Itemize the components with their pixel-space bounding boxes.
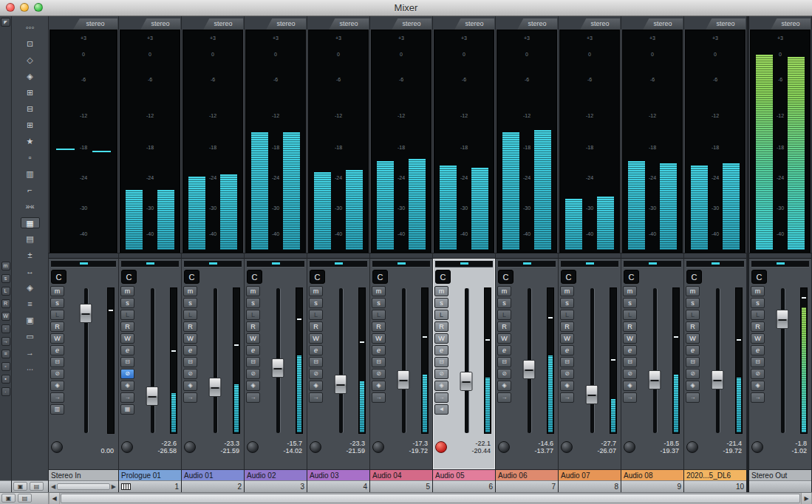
record-knob[interactable] <box>247 441 259 453</box>
inserts-state-button[interactable]: ⊘ <box>372 369 386 379</box>
window-layout-icon[interactable]: ⊡ <box>21 38 40 50</box>
io-button[interactable]: ⊟ <box>183 357 197 367</box>
listen-button[interactable]: L <box>372 310 386 320</box>
channel-tab[interactable]: stereo <box>643 18 683 30</box>
write-button[interactable]: W <box>497 333 511 344</box>
read-button[interactable]: R <box>623 321 637 332</box>
listen-button[interactable]: L <box>246 310 260 320</box>
instrument-button[interactable]: ▦ <box>120 404 134 415</box>
pan-slider[interactable] <box>121 261 179 268</box>
level-readout[interactable]: -23.3 -21.59 <box>323 440 367 454</box>
io-button[interactable]: ⊟ <box>50 357 64 367</box>
mini-scroll-left-icon[interactable]: ◀ <box>51 483 55 490</box>
sends-state-button[interactable]: → <box>372 392 386 403</box>
mute-button[interactable]: m <box>246 286 260 296</box>
record-knob[interactable] <box>51 441 63 453</box>
title-bar[interactable]: Mixer <box>0 0 812 16</box>
solo-button[interactable]: s <box>50 298 64 308</box>
edit-button[interactable]: e <box>50 345 64 355</box>
forward-icon[interactable]: → <box>21 347 40 358</box>
write-button[interactable]: W <box>246 333 260 344</box>
channel-tab[interactable]: stereo <box>329 18 369 30</box>
section-divider[interactable] <box>559 253 621 259</box>
level-readout[interactable]: -15.7 -14.02 <box>260 440 304 454</box>
read-button[interactable]: R <box>246 321 260 332</box>
inserts-state-button[interactable]: ⊘ <box>183 369 197 379</box>
scroll-left-button[interactable]: ◀ <box>49 493 60 504</box>
edit-button[interactable]: e <box>686 345 700 355</box>
solo-button[interactable]: s <box>246 298 260 308</box>
record-knob[interactable] <box>686 441 698 453</box>
listen-button[interactable]: L <box>686 310 700 320</box>
channel-name-label[interactable]: Audio 06 <box>496 469 558 480</box>
solo-button[interactable]: s <box>183 298 197 308</box>
listen-button[interactable]: L <box>50 310 64 320</box>
monitor-button[interactable]: ◄ <box>434 404 448 415</box>
write-button[interactable]: W <box>434 333 448 344</box>
solo-button[interactable]: s <box>560 298 574 308</box>
read-button[interactable]: R <box>120 321 134 332</box>
eq-state-button[interactable]: ◈ <box>246 381 260 391</box>
solo-button[interactable]: s <box>751 298 765 308</box>
read-button[interactable]: R <box>686 321 700 332</box>
fader-db-value[interactable]: -20.44 <box>448 447 491 454</box>
read-button[interactable]: R <box>751 321 765 332</box>
inserts-state-button[interactable]: ⊘ <box>623 369 637 379</box>
fader-db-value[interactable]: -21.59 <box>323 447 365 454</box>
pan-value[interactable]: C <box>561 270 576 284</box>
mute-button[interactable]: m <box>372 286 386 296</box>
record-knob[interactable] <box>751 441 763 453</box>
solo-button[interactable]: s <box>120 298 134 308</box>
scroll-right-button[interactable]: ▶ <box>801 493 812 504</box>
fader-handle[interactable] <box>80 304 92 323</box>
edit-button[interactable]: e <box>623 345 637 355</box>
section-divider[interactable] <box>684 253 746 259</box>
pan-slider[interactable] <box>561 261 618 268</box>
level-readout[interactable]: -22.6 -26.58 <box>134 440 179 454</box>
channel-tab[interactable]: stereo <box>517 18 557 30</box>
read-button[interactable]: R <box>434 321 448 332</box>
global-read-button[interactable]: R <box>1 299 10 308</box>
mute-button[interactable]: m <box>434 286 448 296</box>
edit-button[interactable]: e <box>434 345 448 355</box>
fader-track[interactable] <box>465 288 468 433</box>
listen-button[interactable]: L <box>623 310 637 320</box>
inserts-state-button[interactable]: ⊘ <box>120 369 134 379</box>
pan-view-icon[interactable]: ◇ <box>21 55 40 66</box>
fader-handle[interactable] <box>649 370 661 389</box>
pan-value[interactable]: C <box>247 270 262 284</box>
section-divider[interactable] <box>119 253 181 259</box>
channel-name-label[interactable]: 2020...5_DL6 <box>684 469 746 480</box>
edit-button[interactable]: e <box>560 345 574 355</box>
bypass-all-button[interactable]: → <box>1 337 10 346</box>
fader-track[interactable] <box>402 288 406 433</box>
section-divider[interactable] <box>496 253 558 259</box>
channel-tab[interactable]: stereo <box>392 18 431 30</box>
sends-state-button[interactable]: → <box>560 392 574 403</box>
misc-button[interactable]: ∙ <box>1 387 10 396</box>
listen-button[interactable]: L <box>497 310 511 320</box>
level-readout[interactable]: -22.1 -20.44 <box>448 440 493 454</box>
section-divider[interactable] <box>370 253 432 259</box>
pan-slider[interactable] <box>686 261 744 268</box>
eq-state-button[interactable]: ◈ <box>309 381 323 391</box>
channel-name-label[interactable]: Audio 08 <box>621 469 683 480</box>
meter-mode-button[interactable]: ▥ <box>50 404 64 415</box>
fader-handle[interactable] <box>272 358 284 378</box>
record-knob[interactable] <box>498 441 510 453</box>
record-knob[interactable] <box>121 441 133 453</box>
width-toggle-icon[interactable]: ↔ <box>21 266 40 277</box>
pan-slider[interactable] <box>435 261 493 268</box>
edit-button[interactable]: e <box>309 345 323 355</box>
channel-name-label[interactable]: Stereo Out <box>749 469 811 480</box>
write-button[interactable]: W <box>686 333 700 344</box>
pan-value[interactable]: C <box>435 270 451 284</box>
solo-button[interactable]: s <box>686 298 700 308</box>
record-knob[interactable] <box>372 441 384 453</box>
edit-button[interactable]: e <box>246 345 260 355</box>
write-button[interactable]: W <box>50 333 64 344</box>
fader-track[interactable] <box>590 288 594 433</box>
inserts-state-button[interactable]: ⊘ <box>560 369 574 379</box>
fader-db-value[interactable]: -13.77 <box>511 447 553 454</box>
write-button[interactable]: W <box>183 333 197 344</box>
